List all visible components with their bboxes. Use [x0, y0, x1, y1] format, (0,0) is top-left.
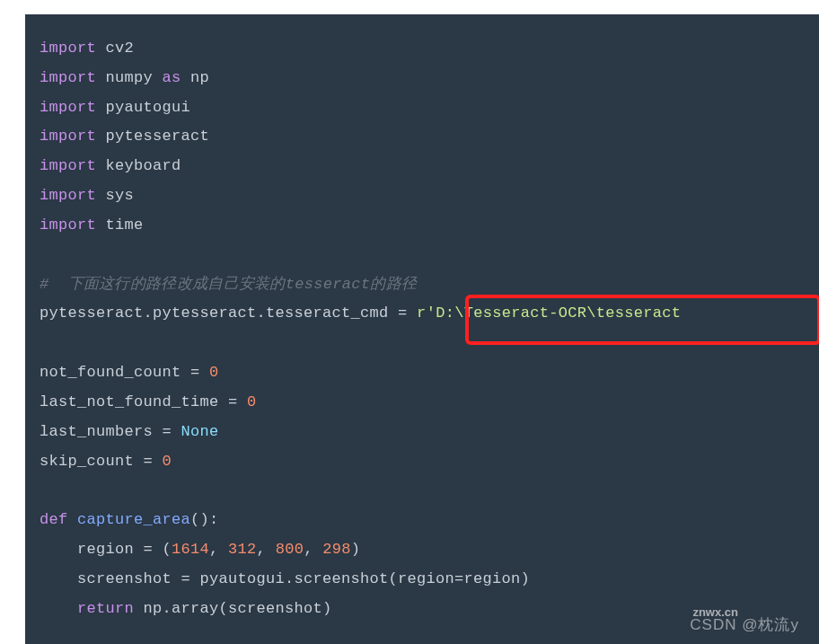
variable-name: skip_count — [40, 453, 144, 470]
operator: = — [398, 304, 408, 322]
code-line: skip_count = 0 — [40, 447, 805, 477]
number-literal: 800 — [276, 541, 304, 558]
code-line: import cv2 — [40, 34, 805, 64]
number-literal: 298 — [322, 541, 351, 558]
keyword-import: import — [40, 157, 96, 174]
keyword-def: def — [40, 511, 68, 528]
code-line: import keyboard — [40, 152, 805, 181]
blank-line — [40, 241, 805, 270]
code-line: import pyautogui — [40, 93, 805, 123]
keyword-import: import — [40, 69, 96, 86]
code-line: pytesseract.pytesseract.tesseract_cmd = … — [40, 299, 805, 329]
code-line: screenshot = pyautogui.screenshot(region… — [40, 565, 805, 595]
function-name: capture_area — [77, 511, 190, 528]
variable-name: screenshot — [40, 570, 181, 587]
module-name: pyautogui — [96, 99, 190, 116]
module-name: numpy — [96, 69, 163, 86]
code-block: import cv2 import numpy as np import pya… — [25, 14, 819, 644]
operator: = — [454, 570, 464, 587]
number-literal: 312 — [228, 541, 257, 558]
number-literal: 0 — [209, 364, 219, 381]
alias-name: np — [181, 69, 210, 86]
keyword-import: import — [40, 128, 96, 145]
keyword-as: as — [163, 69, 181, 86]
operator: = — [181, 570, 191, 587]
code-line: last_numbers = None — [40, 418, 805, 447]
comment-text: # 下面这行的路径改成自己安装的tesseract的路径 — [40, 276, 417, 293]
blank-line — [40, 329, 805, 358]
keyword-import: import — [40, 216, 96, 234]
module-name: cv2 — [96, 40, 134, 57]
keyword-import: import — [40, 187, 96, 204]
identifier: pytesseract.pytesseract.tesseract_cmd — [40, 304, 398, 322]
keyword-import: import — [40, 99, 96, 116]
operator: = — [144, 541, 154, 558]
variable-name: region — [40, 541, 144, 558]
code-line: import numpy as np — [40, 64, 805, 93]
constant-none: None — [181, 423, 219, 440]
variable-name: not_found_count — [40, 364, 190, 381]
code-line: import sys — [40, 181, 805, 211]
code-line: # 下面这行的路径改成自己安装的tesseract的路径 — [40, 270, 805, 300]
watermark-author: CSDN @枕流y — [690, 614, 799, 635]
blank-line — [40, 476, 805, 506]
keyword-import: import — [40, 40, 96, 57]
operator: = — [144, 453, 154, 470]
number-literal: 0 — [163, 453, 172, 470]
code-line: last_not_found_time = 0 — [40, 388, 805, 418]
module-name: pytesseract — [96, 128, 209, 145]
code-line: def capture_area(): — [40, 506, 805, 535]
module-name: time — [96, 216, 144, 234]
code-line: not_found_count = 0 — [40, 358, 805, 388]
string-prefix: r — [417, 304, 427, 322]
number-literal: 1614 — [172, 541, 209, 558]
variable-name: last_numbers — [40, 423, 163, 440]
keyword-return: return — [77, 600, 134, 617]
code-line: import pytesseract — [40, 122, 805, 152]
operator: = — [190, 364, 200, 381]
code-line: import time — [40, 211, 805, 241]
number-literal: 0 — [247, 393, 257, 410]
operator: = — [228, 393, 238, 410]
code-line: region = (1614, 312, 800, 298) — [40, 535, 805, 565]
module-name: keyboard — [96, 157, 181, 174]
string-literal: 'D:\Tesseract-OCR\tesseract — [427, 304, 682, 322]
module-name: sys — [96, 187, 134, 204]
parentheses: (): — [190, 511, 219, 528]
operator: = — [163, 423, 172, 440]
variable-name: last_not_found_time — [40, 393, 228, 410]
